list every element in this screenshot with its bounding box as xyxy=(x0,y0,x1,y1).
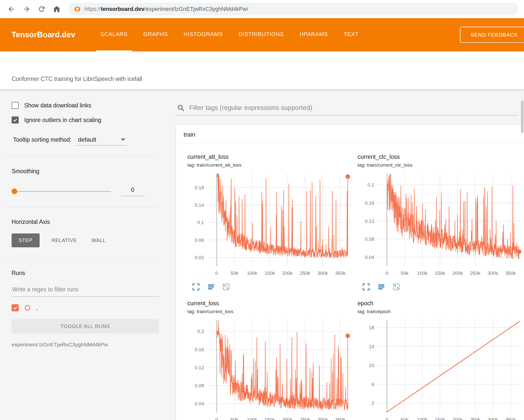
check-icon xyxy=(13,117,18,123)
tab-scalars[interactable]: SCALARS xyxy=(96,18,132,51)
svg-text:250k: 250k xyxy=(470,417,481,420)
svg-text:350k: 350k xyxy=(335,417,346,420)
experiment-subtitle-bar: Conformer CTC training for LibriSpeech w… xyxy=(0,51,524,89)
svg-text:0.16: 0.16 xyxy=(365,200,374,206)
svg-text:0: 0 xyxy=(215,417,218,420)
app-header: TensorBoard.dev SCALARS GRAPHS HISTOGRAM… xyxy=(0,18,524,51)
svg-text:100k: 100k xyxy=(247,417,257,420)
experiment-id-label: experiment lzGnETjwRxC3yghNMd4kPw xyxy=(12,342,159,348)
chart-title: current_att_loss xyxy=(187,154,354,160)
run-row[interactable]: . xyxy=(12,304,159,311)
svg-text:300k: 300k xyxy=(488,271,498,276)
svg-text:0: 0 xyxy=(386,271,388,276)
app-brand: TensorBoard.dev xyxy=(0,30,96,39)
show-download-links-row[interactable]: Show data download links xyxy=(12,102,159,109)
divider xyxy=(8,258,159,259)
run-checkbox[interactable] xyxy=(12,304,19,311)
run-color-swatch-icon xyxy=(25,305,30,311)
divider xyxy=(8,207,159,207)
group-header[interactable]: train xyxy=(176,125,524,143)
svg-text:0: 0 xyxy=(215,271,218,276)
svg-text:150k: 150k xyxy=(265,417,275,420)
tensorboard-favicon-icon xyxy=(74,6,81,12)
svg-text:0.12: 0.12 xyxy=(195,365,204,370)
tab-hparams[interactable]: HPARAMS xyxy=(295,18,333,51)
run-name: . xyxy=(36,305,38,311)
chart-toolbar xyxy=(187,283,354,291)
runs-label: Runs xyxy=(12,270,159,277)
chart-tag: tag: train/current_ctc_loss xyxy=(358,162,524,168)
show-download-links-checkbox[interactable] xyxy=(12,102,19,109)
chart-card-epoch: epochtag: train/epoch26101418050k100k150… xyxy=(358,300,524,420)
forward-icon[interactable] xyxy=(21,3,32,15)
chart-tag: tag: train/current_att_loss xyxy=(187,162,354,168)
divider xyxy=(8,157,159,157)
tooltip-sorting-label: Tooltip sorting method: xyxy=(13,136,71,143)
svg-text:200k: 200k xyxy=(452,271,463,276)
reload-icon[interactable] xyxy=(36,3,47,15)
svg-text:0.2: 0.2 xyxy=(197,329,204,334)
svg-text:18: 18 xyxy=(369,325,374,330)
address-bar[interactable]: https://tensorboard.dev/experiment/lzGnE… xyxy=(68,3,518,15)
svg-text:200k: 200k xyxy=(282,417,293,420)
scrollbar-thumb[interactable] xyxy=(521,100,523,133)
smoothing-value-input[interactable]: 0 xyxy=(121,186,144,196)
svg-text:150k: 150k xyxy=(435,417,445,420)
checkbox-label: Ignore outliers in chart scaling xyxy=(24,117,101,124)
axis-step-button[interactable]: STEP xyxy=(12,233,40,247)
scalars-main: train current_att_losstag: train/current… xyxy=(174,89,524,420)
runs-filter-input[interactable] xyxy=(12,284,159,297)
chart-plot-current_ctc_loss[interactable]: 0.040.080.120.160.2050k100k150k200k250k3… xyxy=(358,171,524,279)
tooltip-sorting-select[interactable]: default xyxy=(76,136,127,145)
scrollbar[interactable] xyxy=(520,89,524,420)
tab-graphs[interactable]: GRAPHS xyxy=(139,18,172,51)
home-icon[interactable] xyxy=(51,3,63,15)
chevron-down-icon xyxy=(121,138,125,141)
check-icon xyxy=(13,305,18,310)
data-table-icon[interactable] xyxy=(207,283,215,291)
svg-text:350k: 350k xyxy=(505,417,516,420)
chart-plot-current_att_loss[interactable]: 0.020.060.10.140.18050k100k150k200k250k3… xyxy=(187,171,354,279)
fit-domain-icon[interactable] xyxy=(222,283,230,291)
chart-plot-current_loss[interactable]: 0.040.080.120.160.2050k100k150k200k250k3… xyxy=(187,318,354,420)
fit-domain-icon[interactable] xyxy=(392,283,400,291)
chart-plot-epoch[interactable]: 26101418050k100k150k200k250k300k350k xyxy=(358,318,524,420)
chart-toolbar xyxy=(358,283,524,291)
send-feedback-button[interactable]: SEND FEEDBACK xyxy=(460,27,524,43)
svg-text:250k: 250k xyxy=(300,271,310,276)
tooltip-sorting-value: default xyxy=(78,136,96,143)
tag-filter[interactable] xyxy=(176,103,518,115)
svg-text:0.2: 0.2 xyxy=(368,182,374,188)
chart-tag: tag: train/epoch xyxy=(358,309,524,314)
svg-text:0.06: 0.06 xyxy=(195,237,204,243)
svg-text:2: 2 xyxy=(371,401,374,406)
svg-text:0.14: 0.14 xyxy=(195,202,204,208)
back-icon[interactable] xyxy=(6,3,17,15)
axis-wall-button[interactable]: WALL xyxy=(89,233,108,247)
search-icon xyxy=(177,104,185,112)
slider-thumb[interactable] xyxy=(12,189,17,194)
data-table-icon[interactable] xyxy=(377,283,385,291)
svg-text:14: 14 xyxy=(369,344,374,349)
ignore-outliers-row[interactable]: Ignore outliers in chart scaling xyxy=(12,116,159,124)
tab-distributions[interactable]: DISTRIBUTIONS xyxy=(234,18,288,51)
toggle-all-runs-button[interactable]: TOGGLE ALL RUNS xyxy=(12,319,159,334)
smoothing-slider[interactable] xyxy=(12,188,111,195)
smoothing-label: Smoothing xyxy=(12,168,159,175)
tag-filter-input[interactable] xyxy=(189,104,517,112)
fullscreen-icon[interactable] xyxy=(362,283,370,291)
url-text: https://tensorboard.dev/experiment/lzGnE… xyxy=(84,6,248,12)
axis-relative-button[interactable]: RELATIVE xyxy=(49,233,79,247)
tab-histograms[interactable]: HISTOGRAMS xyxy=(179,18,227,51)
settings-sidebar: Show data download links Ignore outliers… xyxy=(0,89,174,420)
fullscreen-icon[interactable] xyxy=(192,283,200,291)
svg-text:300k: 300k xyxy=(317,417,328,420)
ignore-outliers-checkbox[interactable] xyxy=(12,116,19,124)
svg-text:50k: 50k xyxy=(230,271,238,276)
svg-text:350k: 350k xyxy=(335,271,346,276)
browser-toolbar: https://tensorboard.dev/experiment/lzGnE… xyxy=(0,0,524,18)
svg-text:0.08: 0.08 xyxy=(365,236,374,242)
svg-text:10: 10 xyxy=(369,363,374,368)
tab-text[interactable]: TEXT xyxy=(339,18,363,51)
chart-card-current_att_loss: current_att_losstag: train/current_att_l… xyxy=(187,154,354,291)
